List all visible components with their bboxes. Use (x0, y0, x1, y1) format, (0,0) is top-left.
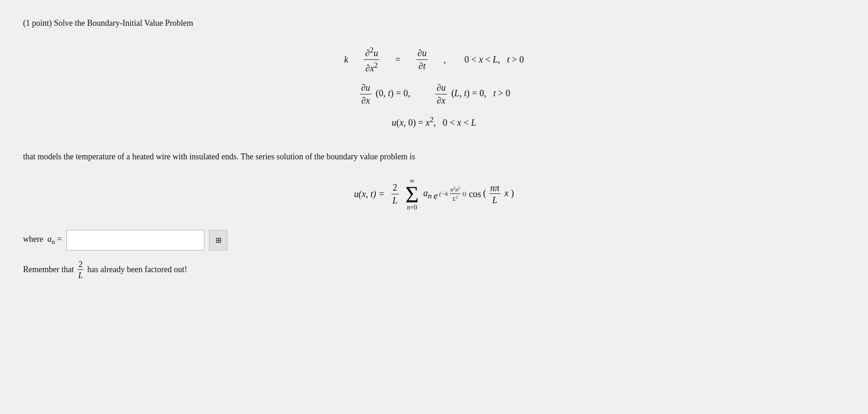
series-coeff-den: L (391, 194, 399, 206)
series-sigma-below: n=0 (407, 204, 417, 211)
pde-frac2-den: ∂t (417, 60, 427, 71)
series-solution-block: u(x, t) = 2 L ∞ Σ n=0 an e (−k n2π2 L2 (23, 177, 845, 211)
pde-eq1-row: k ∂2u ∂x2 = ∂u ∂t (344, 46, 524, 73)
pde-frac2-num: ∂u (416, 48, 428, 60)
problem-header: (1 point) Solve the Boundary-Initial Val… (23, 18, 845, 28)
pde-frac1-den: ∂x2 (364, 60, 379, 74)
pde-frac1-num: ∂2u (364, 46, 379, 60)
pde-eq2-row: ∂u ∂x (0, t) = 0, ∂u ∂x (L, t) = 0, t > … (358, 82, 510, 106)
series-sigma-wrap: ∞ Σ n=0 (403, 177, 420, 211)
pde-ic: u(x, 0) = x2, 0 < x < L (392, 115, 476, 128)
where-label: where an = (23, 234, 62, 246)
remember-block: Remember that 2 L has already been facto… (23, 260, 845, 280)
pde-block: k ∂2u ∂x2 = ∂u ∂t (23, 42, 845, 132)
pde-eq1-domain: 0 < x < L, t > 0 (464, 54, 524, 65)
pde-bc2: ∂u ∂x (L, t) = 0, t > 0 (433, 82, 510, 106)
answer-row: where an = ⊞ (23, 230, 845, 251)
pde-k: k (344, 54, 348, 65)
pde-bc2-num: ∂u (435, 82, 447, 94)
description-text: that models the temperature of a heated … (23, 152, 415, 161)
series-cos: cos (469, 189, 481, 199)
pde-eq1-equals: = (395, 54, 400, 65)
remember-prefix: Remember that (23, 264, 76, 274)
series-coeff: 2 L (388, 182, 402, 206)
series-coeff-num: 2 (391, 182, 399, 194)
answer-input-box[interactable] (66, 230, 204, 251)
pde-eq1-comma: , (443, 54, 446, 65)
series-an: an (423, 188, 431, 201)
series-sigma: Σ (405, 183, 419, 206)
page-container: (1 point) Solve the Boundary-Initial Val… (23, 18, 845, 280)
series-cos-paren: ( nπ L x ) (483, 183, 514, 205)
series-lhs: u(x, t) = (354, 189, 384, 199)
pde-bc1: ∂u ∂x (0, t) = 0, (358, 82, 410, 106)
series-exp: e (−k n2π2 L2 t) (434, 186, 466, 203)
grid-icon-button[interactable]: ⊞ (209, 230, 227, 251)
grid-icon: ⊞ (216, 236, 221, 245)
pde-eq3-row: u(x, 0) = x2, 0 < x < L (392, 115, 476, 128)
pde-bc1-den: ∂x (360, 94, 371, 106)
description: that models the temperature of a heated … (23, 150, 845, 163)
pde-bc2-den: ∂x (436, 94, 447, 106)
problem-label: (1 point) Solve the Boundary-Initial Val… (23, 18, 193, 28)
pde-frac2: ∂u ∂t (414, 48, 430, 71)
pde-bc1-num: ∂u (360, 82, 372, 94)
pde-frac1: ∂2u ∂x2 (362, 46, 381, 73)
remember-suffix: has already been factored out! (87, 264, 187, 274)
remember-fraction: 2 L (76, 264, 87, 274)
